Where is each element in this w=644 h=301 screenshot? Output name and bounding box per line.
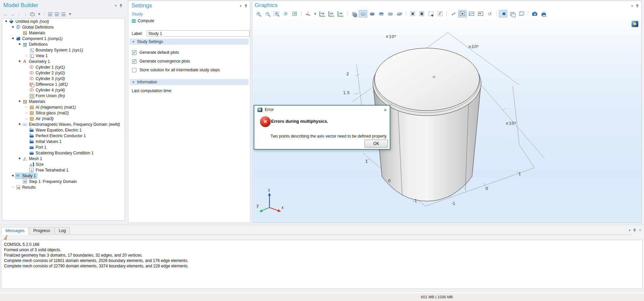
render-frame-button[interactable]	[359, 10, 367, 17]
tree-item-view-1[interactable]: ▷View 1	[2, 53, 125, 59]
pin-icon[interactable]	[633, 228, 636, 232]
clear-selection-button[interactable]	[436, 10, 444, 17]
zoom-out-button[interactable]	[263, 10, 271, 17]
reset-hiding-button[interactable]: ↺	[485, 10, 494, 17]
transparency-button[interactable]	[350, 10, 358, 17]
move-down-button[interactable]: ↓	[23, 11, 29, 17]
render-split-button[interactable]	[386, 10, 394, 17]
show-button[interactable]	[30, 11, 35, 17]
show-dropdown-button[interactable]: ▾	[36, 11, 42, 17]
collapse-all-button[interactable]	[54, 11, 59, 17]
expander-icon[interactable]: ▶	[17, 156, 23, 161]
zoom-extents-button[interactable]	[281, 10, 290, 17]
tab-messages[interactable]: Messages	[1, 227, 29, 235]
expander-icon[interactable]: ▶	[17, 42, 23, 47]
scene-light-button[interactable]	[499, 10, 507, 17]
expander-icon[interactable]: ▶	[11, 36, 16, 41]
go-to-default-3d-view-button[interactable]	[304, 10, 312, 17]
expander-icon[interactable]: ▷	[25, 54, 29, 57]
expander-icon[interactable]: ▷	[25, 106, 29, 109]
panel-menu-icon[interactable]: ▾	[629, 229, 630, 232]
hide-objects-button[interactable]	[449, 10, 458, 17]
tree-item-geometry-1[interactable]: ▶Geometry 1	[2, 59, 125, 64]
model-tree-node-text-button[interactable]	[60, 11, 66, 17]
close-icon[interactable]: ×	[384, 107, 387, 113]
view-dropdown-button[interactable]: ▾	[313, 10, 317, 17]
zoom-to-selection-button[interactable]	[290, 10, 299, 17]
tree-item-size[interactable]: Size	[2, 161, 125, 167]
tree-item-step-1-frequency-domain[interactable]: Step 1: Frequency Domain	[2, 179, 125, 184]
expander-icon[interactable]: ▷	[11, 186, 15, 189]
tree-item-scattering-boundary-condition-1[interactable]: Scattering Boundary Condition 1	[2, 150, 125, 156]
tab-progress[interactable]: Progress	[29, 227, 54, 235]
print-button[interactable]	[540, 10, 548, 17]
expander-icon[interactable]: ▶	[17, 122, 23, 127]
pin-icon[interactable]	[244, 4, 247, 8]
zoom-box-button[interactable]	[272, 10, 281, 17]
go-to-yz-view-button[interactable]: yz	[327, 10, 336, 17]
tree-item-al-hagemann[interactable]: ▷Al (Hagemann)(mat1)	[2, 104, 125, 110]
tree-item-air[interactable]: ▷Air(mat3)	[2, 116, 125, 121]
pin-icon[interactable]	[636, 4, 639, 8]
expander-icon[interactable]: ▶	[17, 59, 23, 64]
tree-item-cylinder-1[interactable]: Cylinder 1(cyl1)	[2, 64, 125, 70]
expander-icon[interactable]: ▶	[11, 25, 16, 30]
tree-item-difference-1[interactable]: Difference 1(dif1)	[2, 81, 125, 87]
tree-item-silica-glass[interactable]: ▷Silica glass(mat2)	[2, 110, 125, 116]
tree-item-global-definitions[interactable]: ▶Global Definitions	[2, 24, 125, 30]
go-to-xy-view-button[interactable]: xy	[318, 10, 327, 17]
view-hidden-button[interactable]	[458, 10, 467, 17]
section-study-settings[interactable]: ▾ Study Settings	[130, 39, 249, 45]
render-top-button[interactable]	[377, 10, 385, 17]
expander-icon[interactable]: ▷	[25, 111, 29, 114]
show-hidden-button[interactable]	[476, 10, 485, 17]
tree-item-cylinder-2[interactable]: Cylinder 2(cyl2)	[2, 70, 125, 76]
layers-button[interactable]	[508, 10, 516, 17]
tree-item-wave-equation-electric-1[interactable]: Wave Equation, Electric 1	[2, 127, 125, 133]
node-text-dropdown-button[interactable]: ▾	[67, 11, 73, 17]
expander-icon[interactable]: ▶	[11, 173, 16, 179]
expander-icon[interactable]: ▶	[4, 19, 9, 24]
expander-icon[interactable]: ▷	[25, 117, 29, 120]
checkbox-generate-default-plots[interactable]	[132, 50, 136, 55]
go-to-zx-view-button[interactable]: zx	[336, 10, 345, 17]
tree-item-component-1[interactable]: ▶Component 1(comp1)	[2, 36, 125, 41]
render-solid-button[interactable]	[368, 10, 376, 17]
dialog-title-bar[interactable]: Error	[254, 106, 390, 114]
expand-all-button[interactable]	[47, 11, 53, 17]
label-input[interactable]	[147, 30, 250, 37]
tree-item-free-tetrahedral-1[interactable]: Free Tetrahedral 1	[2, 167, 125, 173]
forward-button[interactable]: →	[9, 11, 15, 17]
tree-item-results[interactable]: ▷Results	[2, 184, 125, 190]
tree-item-mesh-1[interactable]: ▶Mesh 1	[2, 156, 125, 161]
checkbox-generate-convergence-plots[interactable]	[132, 59, 136, 64]
wire-box-button[interactable]	[517, 10, 525, 17]
tree-item-study-1[interactable]: ▶Study 1	[2, 173, 125, 179]
hide-selected-button[interactable]	[467, 10, 476, 17]
zoom-in-button[interactable]	[254, 10, 262, 17]
close-icon[interactable]: ×	[639, 228, 641, 232]
checkbox-store-solution-for-all-intermediate-study-steps[interactable]	[132, 68, 136, 72]
select-box-button[interactable]	[427, 10, 435, 17]
tree-item-cylinder-3[interactable]: Cylinder 3(cyl3)	[2, 76, 125, 81]
ok-button[interactable]: OK	[364, 140, 388, 148]
tree-item-materials[interactable]: ▶Materials	[2, 99, 125, 104]
pin-icon[interactable]	[119, 4, 122, 8]
tree-item-initial-values-1[interactable]: Initial Values 1	[2, 139, 125, 144]
expander-icon[interactable]: ▶	[17, 99, 23, 104]
snapshot-button[interactable]	[530, 10, 539, 17]
render-off-button[interactable]	[395, 10, 403, 17]
panel-menu-icon[interactable]: ▾	[240, 4, 242, 8]
copy-image-alt-button[interactable]	[418, 10, 426, 17]
tree-item-untitled-mph[interactable]: ▶Untitled.mph(root)	[2, 18, 125, 24]
copy-image-button[interactable]	[409, 10, 417, 17]
tree-item-electromagnetic-waves-frequency-domain[interactable]: ▶Electromagnetic Waves, Frequency Domain…	[2, 121, 125, 127]
panel-menu-icon[interactable]: ▾	[631, 4, 633, 8]
tree-item-form-union[interactable]: Form Union(fin)	[2, 93, 125, 99]
tree-item-definitions[interactable]: ▶Definitions	[2, 41, 125, 47]
compute-button[interactable]: Compute	[132, 18, 154, 23]
tree-item-cylinder-4[interactable]: Cylinder 4(cyl4)	[2, 87, 125, 93]
tab-log[interactable]: Log	[55, 227, 70, 235]
tree-item-boundary-system-1[interactable]: Boundary System 1(sys1)	[2, 47, 125, 53]
tree-item-port-1[interactable]: Port 1	[2, 144, 125, 150]
